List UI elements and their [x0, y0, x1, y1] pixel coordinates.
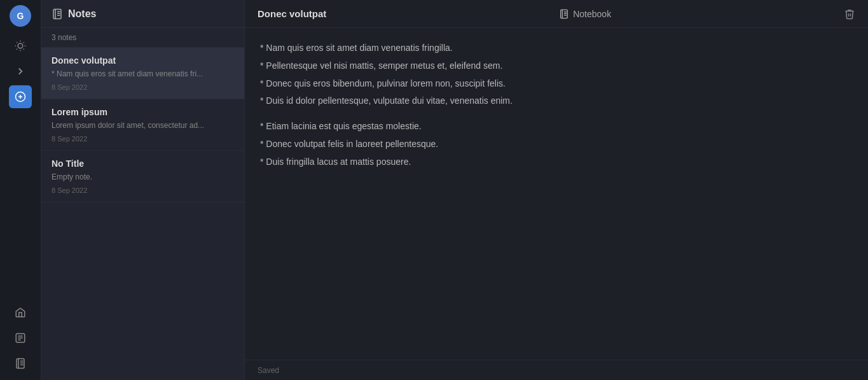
note-item[interactable]: Donec volutpat * Nam quis eros sit amet …: [41, 48, 244, 99]
bullet-line: * Etiam lacinia est quis egestas molesti…: [260, 119, 853, 134]
main-footer: Saved: [245, 360, 868, 380]
notebook-label: Notebook: [559, 9, 611, 19]
notebook-name: Notebook: [573, 9, 611, 19]
notebook-icon: [559, 9, 569, 19]
notes-count: 3 notes: [41, 28, 244, 48]
notebook-nav-button[interactable]: [9, 352, 32, 375]
svg-point-0: [18, 43, 23, 48]
svg-line-8: [24, 42, 24, 43]
notes-header-icon: [52, 8, 63, 20]
note-item[interactable]: No Title Empty note. 8 Sep 2022: [41, 151, 244, 202]
add-note-button[interactable]: [9, 85, 32, 108]
main-content: Donec volutpat Notebook * Nam quis eros …: [245, 0, 868, 380]
note-item-title: Lorem ipsum: [52, 107, 234, 117]
note-item-date: 8 Sep 2022: [52, 135, 234, 143]
delete-button[interactable]: [844, 8, 855, 20]
notes-list: Donec volutpat * Nam quis eros sit amet …: [41, 48, 244, 380]
svg-line-4: [24, 49, 24, 50]
note-item-preview: * Nam quis eros sit amet diam venenatis …: [52, 69, 234, 78]
note-title-display: Donec volutpat: [258, 8, 326, 19]
bullet-line: * Pellentesque vel nisi mattis, semper m…: [260, 59, 853, 74]
note-item-preview: Lorem ipsum dolor sit amet, consectetur …: [52, 121, 234, 130]
note-item-preview: Empty note.: [52, 172, 234, 181]
home-button[interactable]: [9, 301, 32, 324]
nav-sidebar: G: [0, 0, 41, 380]
note-item-title: Donec volutpat: [52, 55, 234, 66]
expand-button[interactable]: [9, 60, 32, 83]
bullet-line: * Duis fringilla lacus at mattis posuere…: [260, 155, 853, 170]
notes-panel: Notes 3 notes Donec volutpat * Nam quis …: [41, 0, 245, 380]
notes-panel-title: Notes: [68, 8, 96, 20]
notes-list-button[interactable]: [9, 327, 32, 349]
save-status: Saved: [258, 366, 279, 375]
bullet-line: * Nam quis eros sit amet diam venenatis …: [260, 41, 853, 56]
bullet-group-1: * Nam quis eros sit amet diam venenatis …: [260, 41, 853, 109]
note-item-title: No Title: [52, 158, 234, 169]
bullet-group-2: * Etiam lacinia est quis egestas molesti…: [260, 119, 853, 169]
note-item[interactable]: Lorem ipsum Lorem ipsum dolor sit amet, …: [41, 99, 244, 151]
bullet-line: * Donec volutpat felis in laoreet pellen…: [260, 137, 853, 152]
theme-toggle-button[interactable]: [9, 34, 32, 57]
note-item-date: 8 Sep 2022: [52, 186, 234, 194]
notes-header: Notes: [41, 0, 244, 28]
bullet-line: * Duis id dolor pellentesque, vulputate …: [260, 94, 853, 109]
note-body[interactable]: * Nam quis eros sit amet diam venenatis …: [245, 28, 868, 360]
main-header: Donec volutpat Notebook: [245, 0, 868, 28]
bullet-line: * Donec quis eros bibendum, pulvinar lor…: [260, 76, 853, 92]
svg-line-3: [17, 42, 17, 43]
avatar[interactable]: G: [10, 5, 31, 27]
svg-line-7: [17, 49, 17, 50]
note-item-date: 8 Sep 2022: [52, 83, 234, 91]
